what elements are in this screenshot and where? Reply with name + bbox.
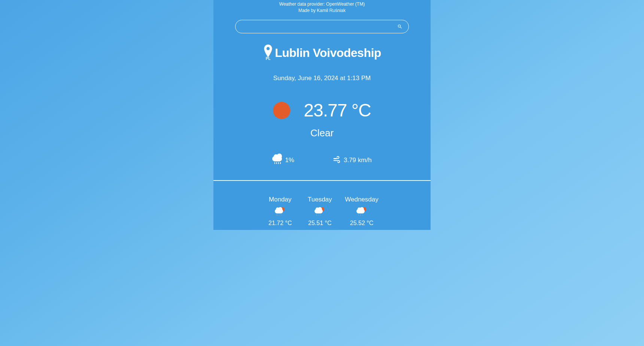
- partly-cloudy-rain-icon: [356, 207, 367, 216]
- forecast-item: Wednesday 25.52 °C: [345, 196, 378, 227]
- forecast-row: Monday 21.72 °C Tuesday 25.51 °C Wednesd…: [265, 196, 378, 227]
- divider: [213, 180, 431, 181]
- author-label: Made by Kamil Ruśniak: [279, 8, 365, 13]
- search-input[interactable]: [242, 24, 397, 30]
- rain-cloud-icon: [272, 156, 283, 164]
- forecast-temp-value: 21.72 °C: [268, 220, 292, 227]
- weather-card: Weather data provider: OpenWeather (TM) …: [213, 0, 431, 230]
- forecast-item: Monday 21.72 °C: [265, 196, 295, 227]
- forecast-day-label: Tuesday: [308, 196, 332, 203]
- condition-label: Clear: [310, 127, 334, 139]
- forecast-temp-value: 25.51 °C: [308, 220, 331, 227]
- location-pin-container: PL: [263, 45, 273, 61]
- forecast-temp-value: 25.52 °C: [350, 220, 373, 227]
- forecast-item: Tuesday 25.51 °C: [305, 196, 334, 227]
- location-name: Lublin Voivodeship: [275, 46, 381, 60]
- sun-icon: [273, 102, 290, 119]
- precipitation-value: 1%: [285, 157, 294, 164]
- search-container[interactable]: [235, 20, 409, 33]
- location-row: PL Lublin Voivodeship: [263, 45, 381, 61]
- temperature-value: 23.77 °C: [304, 100, 371, 121]
- partly-cloudy-rain-icon: [275, 207, 285, 216]
- location-pin-icon: [263, 45, 273, 57]
- temperature-row: 23.77 °C: [273, 100, 371, 121]
- partly-cloudy-rain-icon: [315, 207, 325, 216]
- header-text: Weather data provider: OpenWeather (TM) …: [279, 1, 365, 20]
- wind-icon: [332, 155, 341, 165]
- country-code: PL: [266, 57, 271, 61]
- datetime-label: Sunday, June 16, 2024 at 1:13 PM: [273, 75, 371, 82]
- search-icon[interactable]: [397, 24, 402, 29]
- wind-metric: 3.79 km/h: [332, 155, 372, 165]
- forecast-day-label: Wednesday: [345, 196, 378, 203]
- provider-label: Weather data provider: OpenWeather (TM): [279, 1, 365, 7]
- forecast-day-label: Monday: [269, 196, 291, 203]
- wind-value: 3.79 km/h: [344, 157, 372, 164]
- metrics-row: 1% 3.79 km/h: [272, 155, 371, 165]
- precipitation-metric: 1%: [272, 155, 294, 165]
